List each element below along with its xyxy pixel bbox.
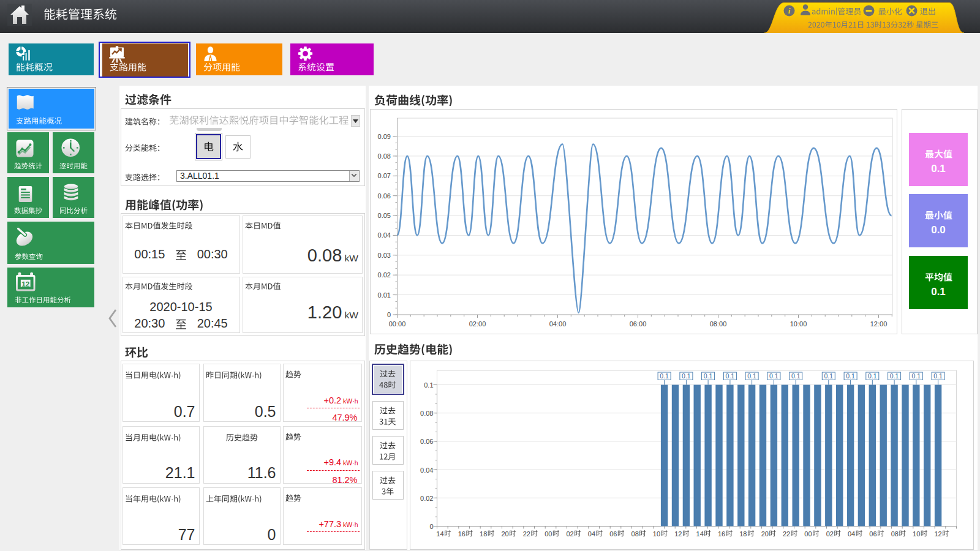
svg-text:02:00: 02:00: [469, 320, 486, 328]
svg-text:08: 08: [891, 530, 899, 538]
svg-text:20: 20: [761, 530, 769, 538]
svg-text:0.02: 0.02: [420, 495, 433, 502]
svg-text:0.1: 0.1: [660, 372, 669, 380]
svg-text:0.1: 0.1: [846, 372, 855, 380]
svg-text:16: 16: [458, 530, 466, 538]
svg-text:0.08: 0.08: [377, 152, 390, 159]
svg-text:0.1: 0.1: [424, 381, 433, 389]
svg-text:04: 04: [848, 530, 855, 538]
svg-text:0.01: 0.01: [377, 291, 390, 298]
svg-text:0.06: 0.06: [420, 438, 433, 445]
svg-text:0: 0: [386, 311, 390, 318]
svg-text:0.1: 0.1: [824, 372, 833, 380]
svg-text:i: i: [788, 6, 791, 15]
svg-text:0.09: 0.09: [377, 132, 390, 140]
svg-text:18: 18: [480, 530, 487, 538]
svg-text:12: 12: [934, 530, 941, 538]
svg-text:12:00: 12:00: [870, 320, 887, 328]
svg-text:04: 04: [588, 530, 595, 538]
svg-text:02: 02: [566, 530, 573, 538]
svg-text:0.1: 0.1: [747, 372, 756, 380]
svg-text:0.1: 0.1: [911, 372, 921, 380]
svg-text:06: 06: [869, 530, 876, 538]
svg-text:0.1: 0.1: [704, 372, 713, 380]
svg-text:12: 12: [674, 530, 682, 538]
svg-text:14: 14: [436, 530, 443, 538]
svg-text:0.07: 0.07: [377, 172, 390, 179]
svg-text:0.03: 0.03: [377, 251, 390, 258]
svg-text:0.05: 0.05: [377, 212, 390, 219]
svg-text:0.1: 0.1: [726, 372, 735, 380]
svg-text:00: 00: [545, 530, 552, 538]
svg-text:0.1: 0.1: [868, 372, 877, 380]
svg-text:0.06: 0.06: [377, 192, 390, 199]
svg-text:06:00: 06:00: [629, 320, 646, 328]
svg-text:0.1: 0.1: [890, 372, 899, 380]
svg-text:22: 22: [523, 530, 530, 538]
svg-text:16: 16: [718, 530, 725, 538]
svg-text:00: 00: [804, 530, 812, 538]
svg-text:0: 0: [429, 523, 433, 530]
svg-text:08:00: 08:00: [709, 320, 726, 328]
svg-text:0.04: 0.04: [420, 467, 433, 474]
svg-text:0.1: 0.1: [791, 372, 801, 380]
svg-text:18: 18: [739, 530, 747, 538]
svg-text:04:00: 04:00: [549, 320, 566, 328]
svg-text:0.02: 0.02: [377, 271, 390, 279]
svg-text:0.1: 0.1: [769, 372, 778, 380]
svg-text:00:00: 00:00: [388, 320, 405, 328]
svg-text:10:00: 10:00: [790, 320, 807, 328]
svg-text:0.1: 0.1: [682, 372, 691, 380]
svg-text:0.04: 0.04: [377, 231, 390, 239]
svg-text:20: 20: [501, 530, 508, 538]
svg-text:10: 10: [653, 530, 660, 538]
svg-text:02: 02: [826, 530, 834, 538]
svg-text:10: 10: [913, 530, 920, 538]
svg-text:06: 06: [609, 530, 617, 538]
svg-text:12: 12: [21, 279, 30, 288]
svg-text:22: 22: [783, 530, 790, 538]
svg-text:14: 14: [696, 530, 704, 538]
svg-text:08: 08: [631, 530, 639, 538]
svg-text:0.08: 0.08: [420, 410, 433, 417]
svg-text:0.1: 0.1: [933, 372, 943, 380]
